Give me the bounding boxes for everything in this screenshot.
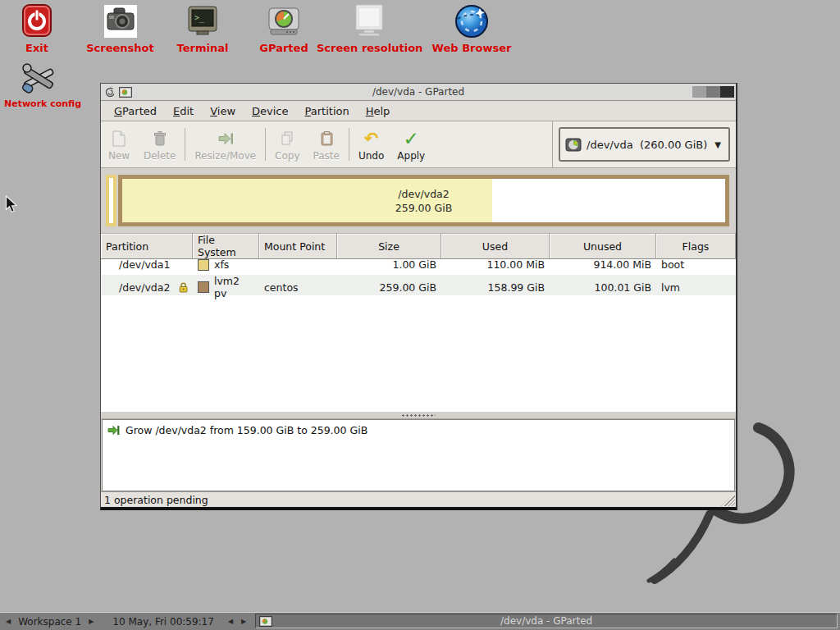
desktop-icon-label: Web Browser (415, 42, 528, 54)
delete-button[interactable]: Delete (137, 121, 182, 167)
desktop-icon-label: Exit (11, 42, 63, 54)
undo-button[interactable]: ↶ Undo (352, 121, 390, 167)
status-bar: 1 operation pending (101, 491, 736, 507)
trash-icon (151, 130, 169, 148)
desktop-icon-screen-resolution[interactable]: Screen resolution (317, 2, 422, 54)
desktop-icon-label: Terminal (167, 42, 239, 54)
svg-text:>_: >_ (194, 13, 205, 23)
workspace-prev-icon[interactable]: ◀ (2, 616, 15, 627)
desktop-icon-label: Screenshot (81, 42, 159, 54)
gparted-window: /dev/vda - GParted GParted Edit View Dev… (100, 83, 737, 510)
table-row-vda2[interactable]: /dev/vda2 lvm2 pv centos 259.00 GiB 158.… (101, 275, 736, 295)
desktop-icon-label: Screen resolution (317, 42, 422, 54)
partition-block-vda2[interactable]: /dev/vda2 259.00 GiB (118, 175, 729, 226)
apply-check-icon: ✓ (404, 130, 419, 148)
tasklist-prev-icon[interactable]: ◀ (224, 616, 237, 627)
toolbar-separator (349, 128, 349, 161)
resize-move-button[interactable]: Resize/Move (188, 121, 262, 167)
taskbar-clock: 10 May, Fri 00:59:17 (109, 616, 217, 628)
undo-icon: ↶ (364, 130, 379, 148)
grow-operation-icon (107, 425, 120, 436)
resize-arrow-icon (216, 130, 235, 148)
apply-button[interactable]: ✓ Apply (390, 121, 431, 167)
new-button[interactable]: New (101, 121, 137, 167)
window-menu-swirl-icon[interactable] (105, 87, 116, 98)
desktop-icon-exit[interactable]: Exit (11, 2, 63, 54)
fs-color-swatch (198, 259, 209, 271)
desktop-icon-label: GParted (253, 42, 314, 54)
new-document-icon (110, 130, 128, 148)
menu-view[interactable]: View (202, 103, 244, 120)
menu-device[interactable]: Device (244, 103, 296, 120)
desktop-icon-network-config[interactable]: Network config (4, 59, 73, 109)
mouse-cursor (5, 195, 17, 214)
desktop-icon-label: Network config (4, 98, 73, 109)
paste-button[interactable]: Paste (307, 121, 346, 167)
menu-bar: GParted Edit View Device Partition Help (101, 101, 736, 121)
minimize-button[interactable] (692, 86, 706, 98)
partition-table: Partition File System Mount Point Size U… (101, 234, 736, 412)
desktop-icon-gparted[interactable]: GParted (253, 2, 314, 54)
copy-icon (278, 130, 296, 148)
desktop-icon-screenshot[interactable]: Screenshot (81, 2, 159, 54)
fs-color-swatch (198, 281, 209, 293)
device-selector-value: /dev/vda (260.00 GiB) (587, 139, 707, 151)
partition-visual-area: /dev/vda2 259.00 GiB (101, 168, 736, 234)
tools-icon (20, 59, 57, 97)
gparted-app-icon (119, 87, 132, 98)
close-button[interactable] (720, 86, 734, 98)
toolbar-separator (185, 128, 185, 161)
disk-gauge-icon (266, 3, 302, 39)
workspace-next-icon[interactable]: ▶ (84, 616, 98, 627)
device-disk-icon (565, 138, 582, 152)
window-title: /dev/vda - GParted (101, 86, 736, 98)
resize-grip[interactable] (721, 493, 735, 506)
monitor-icon (349, 3, 389, 39)
menu-partition[interactable]: Partition (297, 103, 358, 120)
desktop-icon-web-browser[interactable]: Web Browser (415, 2, 528, 54)
window-titlebar[interactable]: /dev/vda - GParted (101, 84, 736, 101)
partition-block-vda1[interactable] (106, 175, 116, 226)
table-header-row: Partition File System Mount Point Size U… (101, 234, 736, 254)
toolbar-separator (265, 128, 266, 161)
device-selector[interactable]: /dev/vda (260.00 GiB) ▼ (559, 127, 730, 162)
menu-help[interactable]: Help (358, 103, 399, 120)
menu-edit[interactable]: Edit (165, 103, 202, 120)
tasklist-next-icon[interactable]: ▶ (237, 616, 250, 627)
task-button-title: /dev/vda - GParted (256, 615, 837, 627)
splitter-handle-dots (401, 414, 436, 417)
desktop-icon-terminal[interactable]: >_ Terminal (167, 2, 239, 54)
workspace-label: Workspace 1 (15, 616, 84, 628)
terminal-icon: >_ (185, 4, 220, 39)
operation-item: Grow /dev/vda2 from 159.00 GiB to 259.00… (107, 424, 729, 436)
status-text: 1 operation pending (104, 494, 208, 506)
operation-text: Grow /dev/vda2 from 159.00 GiB to 259.00… (126, 424, 368, 436)
clipboard-icon (317, 130, 336, 148)
partition-block-label: /dev/vda2 259.00 GiB (122, 187, 725, 215)
chevron-down-icon[interactable]: ▼ (710, 140, 725, 149)
gparted-app-icon (259, 616, 272, 627)
power-icon (21, 3, 53, 39)
pending-operations-pane: Grow /dev/vda2 from 159.00 GiB to 259.00… (102, 419, 735, 491)
task-button-gparted[interactable]: /dev/vda - GParted (255, 614, 838, 628)
globe-icon (453, 2, 491, 40)
table-row-vda1[interactable]: /dev/vda1 xfs 1.00 GiB 110.00 MiB 914.00… (101, 254, 736, 275)
camera-icon (103, 3, 139, 39)
toolbar: New Delete Resize/Move Copy (101, 121, 736, 168)
menu-gparted[interactable]: GParted (106, 103, 165, 120)
lock-icon (179, 281, 188, 293)
pane-splitter[interactable] (101, 412, 736, 419)
taskbar: ◀ Workspace 1 ▶ 10 May, Fri 00:59:17 ◀ ▶… (0, 612, 840, 630)
copy-button[interactable]: Copy (268, 121, 306, 167)
maximize-button[interactable] (706, 86, 720, 98)
